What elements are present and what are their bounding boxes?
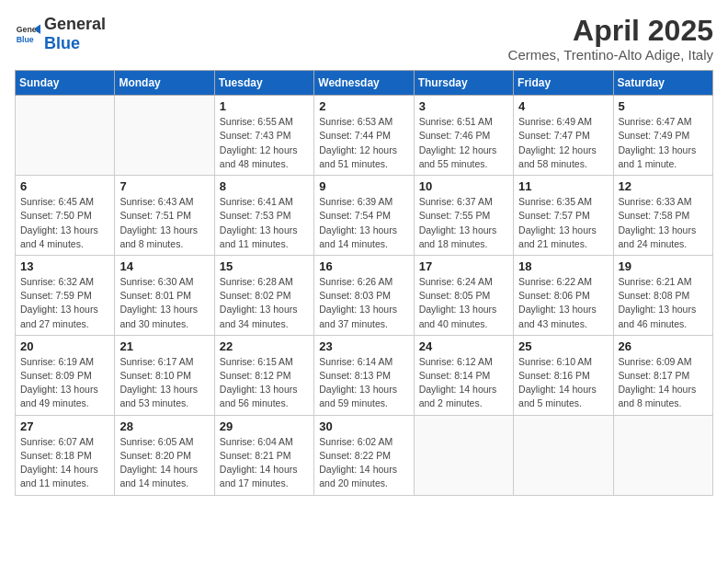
calendar-header-sunday: Sunday: [16, 71, 115, 96]
day-info: Sunrise: 6:05 AM Sunset: 8:20 PM Dayligh…: [119, 435, 209, 491]
day-number: 30: [319, 419, 408, 433]
day-info: Sunrise: 6:12 AM Sunset: 8:14 PM Dayligh…: [419, 355, 508, 411]
day-info: Sunrise: 6:35 AM Sunset: 7:57 PM Dayligh…: [518, 195, 608, 251]
calendar-cell: 12Sunrise: 6:33 AM Sunset: 7:58 PM Dayli…: [613, 176, 712, 256]
calendar-cell: 3Sunrise: 6:51 AM Sunset: 7:46 PM Daylig…: [414, 96, 513, 176]
calendar-week-row-1: 1Sunrise: 6:55 AM Sunset: 7:43 PM Daylig…: [16, 96, 713, 176]
day-number: 24: [419, 339, 508, 353]
day-number: 20: [20, 339, 109, 353]
calendar-cell: 10Sunrise: 6:37 AM Sunset: 7:55 PM Dayli…: [414, 176, 513, 256]
day-number: 6: [20, 179, 109, 193]
title-block: April 2025 Cermes, Trentino-Alto Adige, …: [508, 15, 713, 63]
calendar-week-row-4: 20Sunrise: 6:19 AM Sunset: 8:09 PM Dayli…: [16, 335, 713, 415]
day-info: Sunrise: 6:14 AM Sunset: 8:13 PM Dayligh…: [319, 355, 408, 411]
day-number: 26: [619, 339, 708, 353]
logo-icon: General Blue: [15, 21, 40, 47]
day-number: 18: [518, 259, 608, 273]
day-info: Sunrise: 6:43 AM Sunset: 7:51 PM Dayligh…: [119, 195, 209, 251]
calendar-cell: 4Sunrise: 6:49 AM Sunset: 7:47 PM Daylig…: [514, 96, 613, 176]
day-number: 7: [119, 179, 209, 193]
calendar-cell: [414, 415, 513, 495]
day-number: 10: [419, 179, 508, 193]
calendar-cell: 17Sunrise: 6:24 AM Sunset: 8:05 PM Dayli…: [414, 255, 513, 335]
day-info: Sunrise: 6:02 AM Sunset: 8:22 PM Dayligh…: [319, 435, 408, 491]
day-info: Sunrise: 6:37 AM Sunset: 7:55 PM Dayligh…: [419, 195, 508, 251]
calendar-cell: 6Sunrise: 6:45 AM Sunset: 7:50 PM Daylig…: [16, 176, 115, 256]
day-info: Sunrise: 6:09 AM Sunset: 8:17 PM Dayligh…: [619, 355, 708, 411]
calendar-header-tuesday: Tuesday: [214, 71, 313, 96]
calendar-cell: 20Sunrise: 6:19 AM Sunset: 8:09 PM Dayli…: [16, 335, 115, 415]
day-info: Sunrise: 6:17 AM Sunset: 8:10 PM Dayligh…: [119, 355, 209, 411]
calendar-cell: 1Sunrise: 6:55 AM Sunset: 7:43 PM Daylig…: [214, 96, 313, 176]
calendar-cell: 24Sunrise: 6:12 AM Sunset: 8:14 PM Dayli…: [414, 335, 513, 415]
day-info: Sunrise: 6:41 AM Sunset: 7:53 PM Dayligh…: [220, 195, 309, 251]
day-number: 11: [518, 179, 608, 193]
day-number: 25: [518, 339, 608, 353]
calendar-header-wednesday: Wednesday: [314, 71, 414, 96]
day-info: Sunrise: 6:39 AM Sunset: 7:54 PM Dayligh…: [319, 195, 408, 251]
page-header: General Blue General Blue April 2025 Cer…: [15, 15, 713, 63]
calendar-header-friday: Friday: [514, 71, 613, 96]
calendar-header-row: SundayMondayTuesdayWednesdayThursdayFrid…: [16, 71, 713, 96]
day-info: Sunrise: 6:19 AM Sunset: 8:09 PM Dayligh…: [20, 355, 109, 411]
day-info: Sunrise: 6:22 AM Sunset: 8:06 PM Dayligh…: [518, 275, 608, 331]
calendar-cell: 8Sunrise: 6:41 AM Sunset: 7:53 PM Daylig…: [214, 176, 313, 256]
day-info: Sunrise: 6:04 AM Sunset: 8:21 PM Dayligh…: [220, 435, 309, 491]
day-info: Sunrise: 6:49 AM Sunset: 7:47 PM Dayligh…: [518, 115, 608, 171]
day-info: Sunrise: 6:28 AM Sunset: 8:02 PM Dayligh…: [220, 275, 309, 331]
day-info: Sunrise: 6:45 AM Sunset: 7:50 PM Dayligh…: [20, 195, 109, 251]
day-number: 21: [119, 339, 209, 353]
calendar-cell: 2Sunrise: 6:53 AM Sunset: 7:44 PM Daylig…: [314, 96, 414, 176]
day-number: 1: [220, 99, 309, 113]
calendar-cell: 7Sunrise: 6:43 AM Sunset: 7:51 PM Daylig…: [115, 176, 214, 256]
calendar-cell: 21Sunrise: 6:17 AM Sunset: 8:10 PM Dayli…: [115, 335, 214, 415]
calendar-cell: 5Sunrise: 6:47 AM Sunset: 7:49 PM Daylig…: [613, 96, 712, 176]
calendar-cell: 9Sunrise: 6:39 AM Sunset: 7:54 PM Daylig…: [314, 176, 414, 256]
month-title: April 2025: [508, 15, 713, 47]
calendar-cell: 29Sunrise: 6:04 AM Sunset: 8:21 PM Dayli…: [214, 415, 313, 495]
day-info: Sunrise: 6:15 AM Sunset: 8:12 PM Dayligh…: [220, 355, 309, 411]
day-number: 4: [518, 99, 608, 113]
day-number: 13: [20, 259, 109, 273]
day-number: 14: [119, 259, 209, 273]
logo-blue-text: Blue: [44, 34, 80, 52]
day-info: Sunrise: 6:10 AM Sunset: 8:16 PM Dayligh…: [518, 355, 608, 411]
day-number: 5: [619, 99, 708, 113]
calendar-cell: 19Sunrise: 6:21 AM Sunset: 8:08 PM Dayli…: [613, 255, 712, 335]
calendar-cell: [16, 96, 115, 176]
day-number: 2: [319, 99, 408, 113]
day-number: 19: [619, 259, 708, 273]
day-info: Sunrise: 6:51 AM Sunset: 7:46 PM Dayligh…: [419, 115, 508, 171]
calendar-cell: 15Sunrise: 6:28 AM Sunset: 8:02 PM Dayli…: [214, 255, 313, 335]
day-info: Sunrise: 6:30 AM Sunset: 8:01 PM Dayligh…: [119, 275, 209, 331]
calendar-cell: [613, 415, 712, 495]
day-info: Sunrise: 6:24 AM Sunset: 8:05 PM Dayligh…: [419, 275, 508, 331]
day-info: Sunrise: 6:47 AM Sunset: 7:49 PM Dayligh…: [619, 115, 708, 171]
day-number: 27: [20, 419, 109, 433]
day-number: 15: [220, 259, 309, 273]
location-subtitle: Cermes, Trentino-Alto Adige, Italy: [508, 47, 713, 63]
day-info: Sunrise: 6:33 AM Sunset: 7:58 PM Dayligh…: [619, 195, 708, 251]
day-info: Sunrise: 6:07 AM Sunset: 8:18 PM Dayligh…: [20, 435, 109, 491]
day-number: 23: [319, 339, 408, 353]
day-number: 17: [419, 259, 508, 273]
calendar-week-row-5: 27Sunrise: 6:07 AM Sunset: 8:18 PM Dayli…: [16, 415, 713, 495]
day-info: Sunrise: 6:32 AM Sunset: 7:59 PM Dayligh…: [20, 275, 109, 331]
day-number: 28: [119, 419, 209, 433]
calendar-cell: 22Sunrise: 6:15 AM Sunset: 8:12 PM Dayli…: [214, 335, 313, 415]
calendar-table: SundayMondayTuesdayWednesdayThursdayFrid…: [15, 70, 713, 495]
calendar-cell: 27Sunrise: 6:07 AM Sunset: 8:18 PM Dayli…: [16, 415, 115, 495]
svg-text:Blue: Blue: [17, 35, 34, 44]
day-number: 22: [220, 339, 309, 353]
day-info: Sunrise: 6:21 AM Sunset: 8:08 PM Dayligh…: [619, 275, 708, 331]
calendar-cell: [514, 415, 613, 495]
day-number: 3: [419, 99, 508, 113]
calendar-cell: 23Sunrise: 6:14 AM Sunset: 8:13 PM Dayli…: [314, 335, 414, 415]
day-number: 8: [220, 179, 309, 193]
calendar-cell: 14Sunrise: 6:30 AM Sunset: 8:01 PM Dayli…: [115, 255, 214, 335]
logo: General Blue General Blue: [15, 15, 106, 53]
calendar-cell: 28Sunrise: 6:05 AM Sunset: 8:20 PM Dayli…: [115, 415, 214, 495]
logo-general-text: General: [44, 15, 106, 34]
day-number: 12: [619, 179, 708, 193]
calendar-week-row-2: 6Sunrise: 6:45 AM Sunset: 7:50 PM Daylig…: [16, 176, 713, 256]
